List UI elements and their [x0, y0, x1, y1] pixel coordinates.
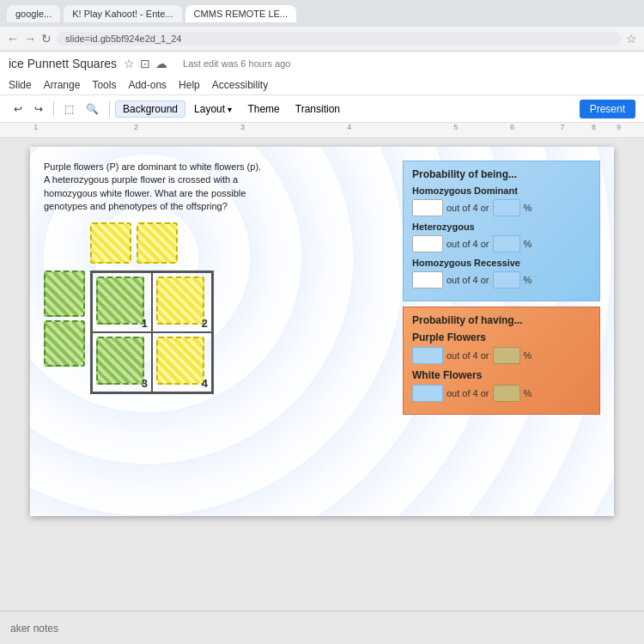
cell-tile-2: [156, 276, 204, 325]
hetero-percent-input[interactable]: [493, 235, 520, 252]
grid-cell-3: 3: [92, 332, 152, 392]
hetero-input[interactable]: [412, 235, 443, 252]
outside-tile-1: [44, 270, 85, 317]
undo-btn[interactable]: ↩: [9, 100, 27, 118]
white-percent-input[interactable]: [493, 385, 520, 402]
homo-dom-row: out of 4 or %: [412, 199, 591, 216]
homo-rec-label: Homozygous Recessive: [412, 258, 591, 268]
problem-text: Purple flowers (P) are dominant to white…: [44, 161, 392, 214]
purple-flowers-row: out of 4 or %: [412, 347, 591, 364]
homo-dom-percent: %: [524, 203, 532, 213]
zoom-btn[interactable]: 🔍: [81, 100, 104, 118]
menu-accessibility[interactable]: Accessibility: [212, 79, 268, 91]
homo-rec-row: out of 4 or %: [412, 271, 591, 289]
forward-icon[interactable]: →: [24, 32, 36, 46]
browser-chrome: google... K! Play Kahoot! - Ente... CMMS…: [0, 0, 644, 52]
ruler: 1 2 3 4 5 6 7 8 9: [0, 123, 644, 138]
slide-area: Purple flowers (P) are dominant to white…: [0, 138, 644, 611]
app-title: ice Punnett Squares: [9, 57, 117, 70]
punnett-container: 1 2 3: [44, 222, 392, 394]
cell-num-2: 2: [202, 317, 208, 330]
probability-box: Probability of being... Homozygous Domin…: [403, 161, 600, 301]
address-bar-row: ← → ↻ slide=id.gb5bf924e2d_1_24 ☆: [0, 27, 644, 51]
grid-cell-4: 4: [152, 332, 212, 392]
menu-addons[interactable]: Add-ons: [128, 79, 167, 91]
present-btn[interactable]: Present: [580, 100, 635, 118]
title-icons: ☆ ⊡ ☁: [124, 57, 167, 70]
transition-btn[interactable]: Transition: [289, 101, 347, 117]
hetero-out-of: out of 4 or: [447, 239, 489, 249]
cell-num-1: 1: [142, 317, 148, 330]
purple-percent: %: [524, 350, 532, 361]
background-btn[interactable]: Background: [115, 100, 185, 118]
homo-rec-percent: %: [524, 275, 532, 285]
address-bar[interactable]: slide=id.gb5bf924e2d_1_24: [57, 32, 621, 46]
punnett-grid: 1 2 3: [90, 270, 214, 394]
star-icon[interactable]: ☆: [124, 57, 135, 70]
homo-dom-label: Homozygous Dominant: [412, 185, 591, 196]
reload-icon[interactable]: ↻: [41, 32, 52, 46]
bookmark-icon[interactable]: ☆: [626, 32, 637, 46]
white-percent: %: [524, 388, 532, 398]
bottom-bar: aker notes: [0, 611, 644, 644]
slide: Purple flowers (P) are dominant to white…: [30, 147, 614, 516]
menu-bar: Slide Arrange Tools Add-ons Help Accessi…: [0, 76, 644, 94]
homo-dom-input[interactable]: [412, 199, 443, 216]
homo-dom-percent-input[interactable]: [493, 199, 520, 216]
cell-num-3: 3: [142, 377, 148, 390]
app-title-bar: ice Punnett Squares ☆ ⊡ ☁ Last edit was …: [0, 52, 644, 76]
purple-flowers-label: Purple Flowers: [412, 331, 591, 343]
purple-percent-input[interactable]: [493, 347, 520, 364]
back-icon[interactable]: ←: [7, 32, 19, 46]
homo-rec-out-of: out of 4 or: [447, 275, 489, 285]
cell-tile-4: [156, 337, 204, 385]
format-toolbar: ↩ ↪ ⬚ 🔍 Background Layout ▾ Theme Transi…: [0, 95, 644, 123]
menu-arrange[interactable]: Arrange: [44, 79, 81, 91]
white-flowers-label: White Flowers: [412, 369, 591, 381]
grid-cell-2: 2: [152, 272, 212, 332]
cell-tile-1: [96, 276, 144, 325]
phenotype-box: Probability of having... Purple Flowers …: [403, 307, 600, 415]
sep1: [53, 101, 54, 117]
white-out-of: out of 4 or: [447, 388, 489, 398]
ruler-marks: 1 2 3 4 5 6 7 8 9: [9, 123, 635, 137]
menu-slide[interactable]: Slide: [9, 79, 32, 91]
white-flowers-row: out of 4 or %: [412, 385, 591, 402]
layout-chevron: ▾: [228, 105, 232, 114]
grid-cell-1: 1: [92, 272, 152, 332]
app-toolbar: ice Punnett Squares ☆ ⊡ ☁ Last edit was …: [0, 52, 644, 95]
top-tile-1: [90, 222, 131, 264]
white-flowers-input[interactable]: [412, 385, 443, 402]
prob-title: Probability of being...: [412, 168, 591, 180]
sep2: [109, 101, 110, 117]
cell-tile-3: [96, 337, 144, 385]
tab-cmms[interactable]: CMMS REMOTE LE...: [185, 5, 296, 22]
hetero-percent: %: [524, 239, 532, 249]
homo-rec-input[interactable]: [412, 271, 443, 289]
menu-help[interactable]: Help: [179, 79, 200, 91]
speaker-notes-label: aker notes: [10, 623, 58, 635]
outside-tile-2: [44, 320, 85, 367]
copy-icon[interactable]: ⊡: [140, 57, 150, 70]
tab-kahoot[interactable]: K! Play Kahoot! - Ente...: [64, 5, 181, 22]
select-btn[interactable]: ⬚: [59, 100, 79, 118]
layout-btn[interactable]: Layout ▾: [187, 101, 239, 117]
homo-rec-percent-input[interactable]: [493, 271, 520, 289]
cell-num-4: 4: [202, 377, 208, 390]
slide-content: Purple flowers (P) are dominant to white…: [44, 161, 600, 415]
purple-flowers-input[interactable]: [412, 347, 443, 364]
hetero-row: out of 4 or %: [412, 235, 591, 252]
cloud-icon[interactable]: ☁: [155, 57, 167, 70]
redo-btn[interactable]: ↪: [29, 100, 48, 118]
purple-out-of: out of 4 or: [447, 350, 489, 361]
last-edit: Last edit was 6 hours ago: [183, 58, 290, 69]
right-panel: Probability of being... Homozygous Domin…: [403, 161, 600, 415]
tab-bar: google... K! Play Kahoot! - Ente... CMMS…: [0, 0, 644, 27]
tab-google[interactable]: google...: [7, 5, 60, 22]
top-tile-2: [137, 222, 178, 264]
homo-dom-out-of: out of 4 or: [447, 203, 489, 213]
left-side: Purple flowers (P) are dominant to white…: [44, 161, 392, 415]
phenotype-title: Probability of having...: [412, 314, 591, 326]
menu-tools[interactable]: Tools: [92, 79, 116, 91]
theme-btn[interactable]: Theme: [240, 101, 286, 117]
